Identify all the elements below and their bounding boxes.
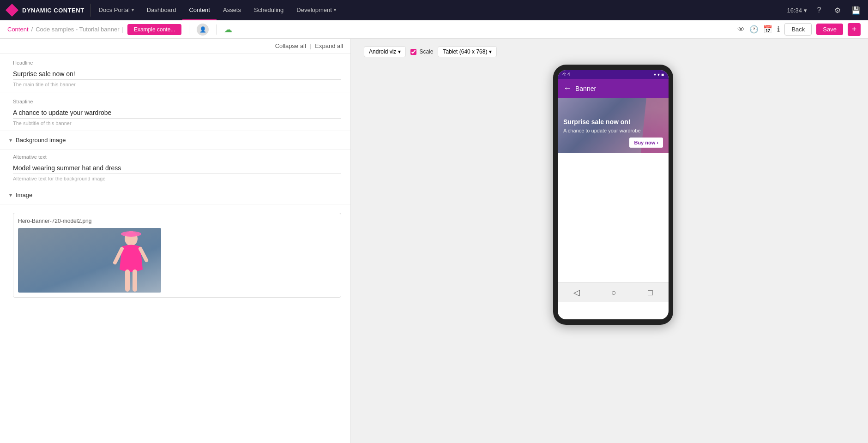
nav-home-button[interactable]: ○ [611, 288, 616, 298]
help-button[interactable]: ? [813, 4, 826, 17]
logo-text: DYNAMIC CONTENT [22, 7, 84, 14]
bar-divider [189, 24, 189, 35]
right-panel: Android viz ▾ Scale Tablet (640 x 768) ▾… [351, 39, 868, 443]
nav-item-docs[interactable]: Docs Portal ▾ [92, 0, 140, 20]
breadcrumb-code-samples: Code samples - Tutorial banner [36, 26, 119, 33]
chevron-down-icon: ▾ [489, 48, 492, 55]
chevron-down-icon: ▾ [804, 7, 807, 14]
nav-back-button[interactable]: ◁ [573, 287, 580, 298]
nav-item-scheduling[interactable]: Scheduling [247, 0, 290, 20]
app-bar-title: Banner [575, 85, 596, 92]
scale-label: Scale [419, 48, 433, 55]
background-image-header[interactable]: ▾ Background image [0, 131, 350, 150]
nav-item-assets[interactable]: Assets [217, 0, 247, 20]
logo-icon [6, 4, 18, 17]
history-icon[interactable]: 🕐 [749, 25, 759, 34]
nav-time: 16:34 ▾ [787, 7, 807, 14]
chevron-down-icon: ▾ [9, 192, 12, 198]
battery-icon: ■ [661, 72, 664, 77]
strapline-label: Strapline [13, 99, 341, 104]
nav-item-development[interactable]: Development ▾ [290, 0, 343, 20]
phone-banner-subtitle: A chance to update your wardrobe [563, 128, 663, 133]
nav-item-content[interactable]: Content [182, 0, 217, 20]
headline-section: Headline The main title of this banner [0, 54, 350, 92]
nav-logo: DYNAMIC CONTENT [6, 4, 90, 17]
breadcrumb: Content / Code samples - Tutorial banner… [7, 26, 124, 33]
svg-rect-6 [133, 269, 137, 292]
cloud-icon: ☁ [224, 24, 232, 35]
phone-nav-bar: ◁ ○ □ [558, 282, 669, 302]
chevron-down-icon: ▾ [334, 7, 336, 12]
collapse-expand-controls: Collapse all | Expand all [275, 42, 343, 49]
info-icon[interactable]: ℹ [777, 25, 780, 34]
phone-content-area [558, 153, 669, 282]
breadcrumb-content-link[interactable]: Content [7, 26, 29, 33]
add-button[interactable]: + [848, 23, 861, 36]
nav-recents-button[interactable]: □ [648, 288, 653, 298]
svg-rect-2 [127, 233, 136, 236]
phone-banner-title: Surprise sale now on! [563, 118, 663, 126]
left-panel: Collapse all | Expand all Headline The m… [0, 39, 351, 443]
phone-buy-button[interactable]: Buy now › [629, 138, 663, 148]
main-layout: Collapse all | Expand all Headline The m… [0, 39, 868, 443]
phone-frame: 4: 4 ▾ ▾ ■ ← Banner [553, 65, 673, 325]
headline-hint: The main title of this banner [13, 82, 341, 87]
example-content-button[interactable]: Example conte... [127, 24, 181, 35]
device-controls: Android viz ▾ Scale Tablet (640 x 768) ▾ [358, 46, 502, 57]
alt-text-hint: Alternative text for the background imag… [13, 176, 341, 181]
bar-right-actions: 👁 🕐 📅 ℹ Back Save + [737, 23, 861, 36]
chevron-down-icon: ▾ [132, 7, 134, 12]
pipe-separator: | [310, 42, 311, 49]
tablet-size-label: Tablet (640 x 768) [443, 48, 487, 55]
breadcrumb-sep2: | [122, 26, 124, 33]
image-box[interactable]: Hero-Banner-720-model2.png [13, 213, 341, 298]
nav-item-dashboard[interactable]: Dashboard [140, 0, 183, 20]
headline-label: Headline [13, 60, 341, 66]
phone-screen: 4: 4 ▾ ▾ ■ ← Banner [558, 70, 669, 319]
save-button[interactable]: Save [816, 24, 843, 35]
device-viz-select[interactable]: Android viz ▾ [364, 46, 406, 57]
image-section-header[interactable]: ▾ Image [0, 186, 350, 204]
calendar-icon[interactable]: 📅 [763, 25, 772, 34]
alt-text-input[interactable] [13, 162, 341, 174]
scale-checkbox-label: Scale [410, 48, 433, 55]
strapline-hint: The subtitle of this banner [13, 120, 341, 126]
phone-app-bar: ← Banner [558, 79, 669, 98]
scale-checkbox[interactable] [410, 49, 416, 55]
save-icon-button[interactable]: 💾 [850, 4, 862, 17]
image-section-label: Image [16, 192, 32, 198]
status-left: 4: 4 [562, 72, 570, 77]
top-nav: DYNAMIC CONTENT Docs Portal ▾ Dashboard … [0, 0, 868, 20]
preview-icon[interactable]: 👁 [737, 25, 745, 34]
phone-banner-image: Surprise sale now on! A chance to update… [558, 98, 669, 153]
avatar: 👤 [197, 24, 209, 36]
headline-input[interactable] [13, 68, 341, 80]
panel-top-bar: Collapse all | Expand all [0, 39, 350, 54]
strapline-input[interactable] [13, 107, 341, 119]
settings-button[interactable]: ⚙ [831, 4, 844, 17]
expand-all-link[interactable]: Expand all [315, 42, 343, 49]
signal-icon: ▾ [657, 72, 660, 77]
phone-status-bar: 4: 4 ▾ ▾ ■ [558, 70, 669, 79]
breadcrumb-sep1: / [31, 26, 33, 33]
chevron-down-icon: ▾ [9, 137, 12, 144]
collapse-all-link[interactable]: Collapse all [275, 42, 306, 49]
svg-rect-5 [125, 269, 130, 292]
back-button[interactable]: Back [784, 23, 812, 36]
bar-divider-2 [216, 24, 217, 35]
tablet-size-select[interactable]: Tablet (640 x 768) ▾ [438, 46, 497, 57]
strapline-section: Strapline The subtitle of this banner [0, 92, 350, 131]
status-right: ▾ ▾ ■ [654, 72, 664, 77]
back-arrow-icon[interactable]: ← [563, 84, 572, 93]
nav-items: Docs Portal ▾ Dashboard Content Assets S… [92, 0, 787, 20]
nav-right: 16:34 ▾ ? ⚙ 💾 [787, 4, 862, 17]
wifi-icon: ▾ [654, 72, 656, 77]
alt-text-label: Alternative text [13, 154, 341, 160]
background-image-body: Alternative text Alternative text for th… [0, 150, 350, 186]
second-bar: Content / Code samples - Tutorial banner… [0, 20, 868, 39]
image-section-body: Hero-Banner-720-model2.png [0, 204, 350, 302]
device-viz-label: Android viz [369, 48, 396, 55]
image-filename: Hero-Banner-720-model2.png [18, 218, 336, 224]
phone-preview: 4: 4 ▾ ▾ ■ ← Banner [358, 65, 868, 325]
background-image-label: Background image [16, 137, 66, 144]
